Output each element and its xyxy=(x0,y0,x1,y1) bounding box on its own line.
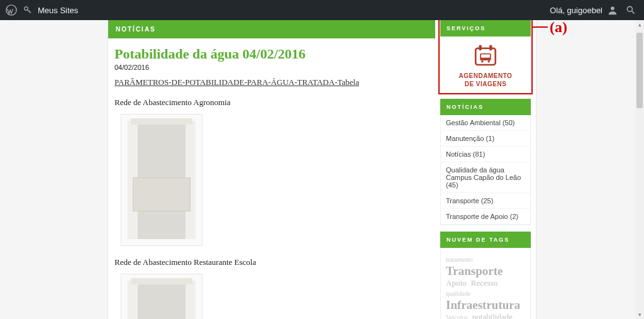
my-sites-link[interactable]: Meus Sites xyxy=(38,6,78,15)
noticias-header: NOTÍCIAS xyxy=(440,99,531,115)
svg-point-13 xyxy=(488,60,491,63)
wordpress-logo-icon[interactable] xyxy=(5,4,18,16)
greeting-link[interactable]: Olá, guigoebel xyxy=(550,6,602,15)
doc-header-icon xyxy=(131,278,192,284)
scroll-down-icon[interactable]: ▾ xyxy=(635,311,644,318)
servicos-widget: SERVIÇOS AGENDAMENTO DE VIAGENS xyxy=(440,20,531,92)
tag-item[interactable]: Veículos xyxy=(446,314,467,319)
svg-point-5 xyxy=(627,6,632,11)
calendar-bus-icon xyxy=(472,43,499,69)
servicos-header: SERVIÇOS xyxy=(440,20,531,36)
svg-rect-8 xyxy=(479,45,482,51)
category-item[interactable]: Transporte de Apoio (2) xyxy=(441,209,530,225)
page-container: NOTÍCIAS Potabilidade da água 04/02/2016… xyxy=(108,20,536,319)
category-item[interactable]: Manutenção (1) xyxy=(441,131,530,147)
svg-line-6 xyxy=(632,11,635,14)
svg-point-4 xyxy=(611,6,614,10)
tag-cloud: tratamento Transporte Apoio Recesso qual… xyxy=(440,248,531,319)
svg-line-3 xyxy=(29,11,30,12)
servicos-label-2: DE VIAGENS xyxy=(445,80,526,88)
doc-table-icon xyxy=(133,177,191,211)
category-item[interactable]: Qualidade da água Campus Capão do Leão (… xyxy=(441,162,530,193)
tag-item[interactable]: Transporte xyxy=(446,264,502,277)
annotation-label: (a) xyxy=(550,19,567,36)
main-column: NOTÍCIAS Potabilidade da água 04/02/2016… xyxy=(108,20,435,319)
subheading-agronomia: Rede de Abastecimento Agronomia xyxy=(114,98,429,108)
main-section-header: NOTÍCIAS xyxy=(108,20,435,38)
servicos-label-1: AGENDAMENTO xyxy=(445,72,526,80)
scrollbar[interactable]: ▴ ▾ xyxy=(635,20,644,319)
tags-widget: NUVEM DE TAGS tratamento Transporte Apoi… xyxy=(440,232,531,319)
user-avatar-icon[interactable] xyxy=(606,4,619,16)
scroll-up-icon[interactable]: ▴ xyxy=(635,21,644,28)
document-thumbnail-2[interactable] xyxy=(121,274,203,319)
sidebar-column: SERVIÇOS AGENDAMENTO DE VIAGENS xyxy=(435,20,536,319)
article: Potabilidade da água 04/02/2016 04/02/20… xyxy=(108,38,435,319)
tag-item[interactable]: Apoio xyxy=(446,278,467,288)
wp-admin-bar: Meus Sites Olá, guigoebel xyxy=(0,0,644,20)
tag-item[interactable]: qualidade xyxy=(446,290,470,297)
agendamento-viagens-link[interactable]: AGENDAMENTO DE VIAGENS xyxy=(440,36,531,92)
admin-bar-left: Meus Sites xyxy=(5,4,78,16)
category-list: Gestão Ambiental (50)Manutenção (1)Notíc… xyxy=(440,115,531,225)
doc-header-icon xyxy=(131,118,192,125)
scrollbar-thumb[interactable] xyxy=(636,33,643,108)
category-item[interactable]: Notícias (81) xyxy=(441,147,530,162)
tag-item[interactable]: potabilidade xyxy=(472,312,513,319)
key-icon[interactable] xyxy=(21,4,34,16)
svg-point-12 xyxy=(481,60,484,63)
tag-item[interactable]: Infraestrutura xyxy=(446,298,520,311)
category-item[interactable]: Gestão Ambiental (50) xyxy=(441,115,530,131)
tags-header: NUVEM DE TAGS xyxy=(440,232,531,248)
parameters-link[interactable]: PARÂMETROS-DE-POTABILIDADE-PARA-ÁGUA-TRA… xyxy=(114,77,359,87)
article-date: 04/02/2016 xyxy=(114,64,429,71)
doc-page-icon xyxy=(128,281,196,319)
admin-bar-right: Olá, guigoebel xyxy=(550,2,639,18)
category-item[interactable]: Transporte (25) xyxy=(441,193,530,209)
svg-rect-11 xyxy=(481,54,490,57)
document-thumbnail-1[interactable] xyxy=(121,114,203,246)
subheading-restaurante: Rede de Abastecimento Restaurante Escola xyxy=(114,257,429,267)
article-title: Potabilidade da água 04/02/2016 xyxy=(114,46,429,62)
tag-item[interactable]: Recesso xyxy=(471,278,498,288)
svg-line-2 xyxy=(28,10,31,13)
svg-rect-9 xyxy=(489,45,492,51)
svg-point-1 xyxy=(25,7,28,11)
tag-item[interactable]: tratamento xyxy=(446,256,473,263)
admin-search-icon[interactable] xyxy=(623,2,639,18)
noticias-widget: NOTÍCIAS Gestão Ambiental (50)Manutenção… xyxy=(440,99,531,225)
